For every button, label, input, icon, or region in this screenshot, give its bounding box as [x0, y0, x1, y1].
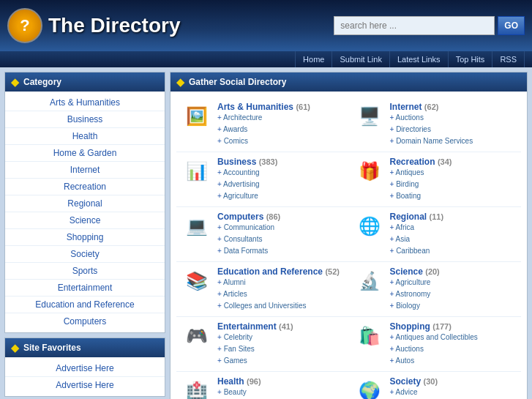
health-subs: BeautyChild CareDental Care: [217, 387, 343, 399]
sidebar-item-shopping[interactable]: Shopping: [5, 229, 165, 246]
logo-text: The Directory: [48, 14, 181, 37]
favorites-items: Advertise HereAdvertise Here: [5, 357, 165, 396]
entertainment-content: Entertainment (41)CelebrityFan SitesGame…: [217, 321, 343, 367]
articles-sublink[interactable]: Articles: [217, 288, 343, 300]
sidebar-item-entertainment[interactable]: Entertainment: [5, 280, 165, 297]
agriculture-sublink[interactable]: Agriculture: [390, 277, 516, 288]
asia-sublink[interactable]: Asia: [390, 234, 516, 245]
internet-content: Internet (62)AuctionsDirectoriesDomain N…: [390, 102, 516, 147]
sidebar-item-health[interactable]: Health: [5, 128, 165, 145]
dir-item-society: 🌍Society (30)AdviceCrimeDisabled: [349, 372, 522, 399]
health-icon: 🏥: [182, 376, 211, 399]
health-title[interactable]: Health (96): [217, 376, 343, 387]
science-title[interactable]: Science (20): [390, 266, 516, 277]
agriculture-sublink[interactable]: Agriculture: [217, 190, 343, 202]
regional-content: Regional (11)AfricaAsiaCaribbean: [390, 212, 516, 257]
category-label: Category: [23, 77, 61, 87]
entertainment-title[interactable]: Entertainment (41): [217, 321, 343, 332]
sidebar-item-education-and-reference[interactable]: Education and Reference: [5, 297, 165, 313]
shopping-title[interactable]: Shopping (177): [390, 321, 516, 332]
recreation-title[interactable]: Recreation (34): [390, 157, 516, 167]
colleges-and-universities-sublink[interactable]: Colleges and Universities: [217, 300, 343, 312]
sidebar-item-sports[interactable]: Sports: [5, 263, 165, 280]
sidebar-item-science[interactable]: Science: [5, 212, 165, 229]
comics-sublink[interactable]: Comics: [217, 135, 343, 147]
sidebar-items: Arts & HumanitiesBusinessHealthHome & Ga…: [5, 92, 165, 332]
business-icon: 📊: [182, 157, 211, 186]
biology-sublink[interactable]: Biology: [390, 300, 516, 312]
entertainment-icon: 🎮: [182, 321, 211, 351]
dir-item-arts-&-humanities: 🖼️Arts & Humanities (61)ArchitectureAwar…: [176, 97, 349, 152]
diamond-icon: ◆: [11, 76, 19, 88]
data-formats-sublink[interactable]: Data Formats: [217, 245, 343, 257]
domain-name-services-sublink[interactable]: Domain Name Services: [390, 135, 516, 147]
sidebar-item-arts-&-humanities[interactable]: Arts & Humanities: [5, 94, 165, 111]
birding-sublink[interactable]: Birding: [390, 179, 516, 190]
favorite-item-0[interactable]: Advertise Here: [5, 360, 165, 377]
education-and-reference-title[interactable]: Education and Reference (52): [217, 266, 343, 277]
caribbean-sublink[interactable]: Caribbean: [390, 245, 516, 257]
fan-sites-sublink[interactable]: Fan Sites: [217, 343, 343, 355]
nav-item-rss[interactable]: RSS: [492, 51, 525, 67]
africa-sublink[interactable]: Africa: [390, 222, 516, 234]
advertising-sublink[interactable]: Advertising: [217, 179, 343, 190]
nav-item-top-hits[interactable]: Top Hits: [449, 51, 493, 67]
favorite-item-1[interactable]: Advertise Here: [5, 377, 165, 393]
internet-title[interactable]: Internet (62): [390, 102, 516, 112]
science-subs: AgricultureAstronomyBiology: [390, 277, 516, 312]
business-subs: AccountingAdvertisingAgriculture: [217, 167, 343, 202]
regional-subs: AfricaAsiaCaribbean: [390, 222, 516, 257]
content-header: ◆ Gather Social Directory: [171, 72, 527, 92]
shopping-icon: 🛍️: [355, 321, 384, 351]
education-and-reference-icon: 📚: [182, 266, 211, 296]
consultants-sublink[interactable]: Consultants: [217, 234, 343, 245]
nav-item-latest-links[interactable]: Latest Links: [390, 51, 449, 67]
directories-sublink[interactable]: Directories: [390, 124, 516, 135]
sidebar-item-internet[interactable]: Internet: [5, 162, 165, 179]
health-content: Health (96)BeautyChild CareDental Care: [217, 376, 343, 399]
boating-sublink[interactable]: Boating: [390, 190, 516, 202]
search-area: GO: [334, 16, 525, 35]
society-title[interactable]: Society (30): [390, 376, 516, 387]
antiques-and-collectibles-sublink[interactable]: Antiques and Collectibles: [390, 332, 516, 343]
beauty-sublink[interactable]: Beauty: [217, 387, 343, 398]
alumni-sublink[interactable]: Alumni: [217, 277, 343, 288]
society-icon: 🌍: [355, 376, 384, 399]
autos-sublink[interactable]: Autos: [390, 355, 516, 367]
architecture-sublink[interactable]: Architecture: [217, 112, 343, 124]
society-content: Society (30)AdviceCrimeDisabled: [390, 376, 516, 399]
regional-title[interactable]: Regional (11): [390, 212, 516, 222]
antiques-sublink[interactable]: Antiques: [390, 167, 516, 179]
education-and-reference-subs: AlumniArticlesColleges and Universities: [217, 277, 343, 312]
dir-item-recreation: 🎁Recreation (34)AntiquesBirdingBoating: [349, 152, 522, 207]
society-subs: AdviceCrimeDisabled: [390, 387, 516, 399]
computers-title[interactable]: Computers (86): [217, 212, 343, 222]
advice-sublink[interactable]: Advice: [390, 387, 516, 398]
auctions-sublink[interactable]: Auctions: [390, 343, 516, 355]
business-title[interactable]: Business (383): [217, 157, 343, 167]
sidebar-item-home-&-garden[interactable]: Home & Garden: [5, 145, 165, 162]
sidebar-item-business[interactable]: Business: [5, 111, 165, 128]
sidebar-item-regional[interactable]: Regional: [5, 195, 165, 212]
accounting-sublink[interactable]: Accounting: [217, 167, 343, 179]
sidebar-item-recreation[interactable]: Recreation: [5, 179, 165, 195]
nav-item-home[interactable]: Home: [295, 51, 332, 67]
dir-item-regional: 🌐Regional (11)AfricaAsiaCaribbean: [349, 207, 522, 262]
awards-sublink[interactable]: Awards: [217, 124, 343, 135]
communication-sublink[interactable]: Communication: [217, 222, 343, 234]
favorites-panel: ◆ Site Favorites Advertise HereAdvertise…: [4, 338, 165, 397]
games-sublink[interactable]: Games: [217, 355, 343, 367]
search-button[interactable]: GO: [498, 16, 525, 35]
auctions-sublink[interactable]: Auctions: [390, 112, 516, 124]
favorites-panel-header: ◆ Site Favorites: [5, 338, 165, 357]
sidebar-item-society[interactable]: Society: [5, 246, 165, 263]
sidebar: ◆ Category Arts & HumanitiesBusinessHeal…: [4, 72, 165, 399]
nav-bar: HomeSubmit LinkLatest LinksTop HitsRSS: [0, 51, 532, 67]
nav-item-submit-link[interactable]: Submit Link: [332, 51, 389, 67]
computers-icon: 💻: [182, 212, 211, 241]
sidebar-item-computers[interactable]: Computers: [5, 313, 165, 329]
celebrity-sublink[interactable]: Celebrity: [217, 332, 343, 343]
arts-&-humanities-title[interactable]: Arts & Humanities (61): [217, 102, 343, 112]
search-input[interactable]: [334, 16, 495, 35]
astronomy-sublink[interactable]: Astronomy: [390, 288, 516, 300]
